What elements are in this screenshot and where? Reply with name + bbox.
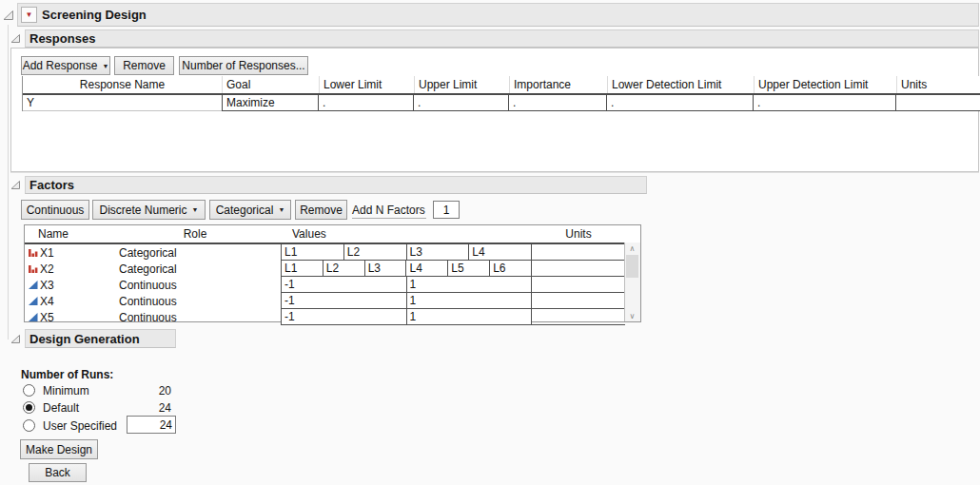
factor-row: X3 Continuous -1 1	[25, 277, 640, 293]
factor-name-cell[interactable]: X2	[25, 261, 109, 277]
column-header-role: Role	[109, 225, 281, 242]
units-cell[interactable]	[896, 95, 980, 111]
scroll-up-icon[interactable]: ∧	[625, 242, 639, 254]
red-triangle-icon: ▼	[26, 11, 33, 19]
categorical-bars-icon	[28, 247, 38, 258]
chevron-down-icon: ▼	[102, 63, 108, 69]
factor-row: X5 Continuous -1 1	[25, 309, 640, 325]
back-button[interactable]: Back	[29, 463, 87, 482]
importance-cell[interactable]: .	[509, 95, 607, 111]
factor-row: X1 Categorical L1 L2 L3 L4	[25, 244, 640, 261]
lower-detection-limit-cell[interactable]: .	[607, 95, 754, 111]
add-discrete-numeric-factor-button[interactable]: Discrete Numeric ▼	[92, 200, 206, 220]
responses-table-header: Response Name Goal Lower Limit Upper Lim…	[23, 76, 980, 95]
factor-role-cell[interactable]: Continuous	[109, 277, 281, 293]
factor-value-cell[interactable]: L2	[323, 261, 365, 277]
factor-row: X2 Categorical L1 L2 L3 L4 L5 L6	[25, 261, 640, 277]
goal-cell[interactable]: Maximize	[222, 95, 319, 111]
remove-factor-button[interactable]: Remove	[295, 200, 347, 220]
radio-button[interactable]	[23, 384, 35, 397]
factor-role-cell[interactable]: Continuous	[109, 309, 281, 325]
chevron-down-icon: ▼	[192, 206, 199, 213]
factor-name-cell[interactable]: X1	[25, 244, 109, 261]
factors-table-scrollbar[interactable]: ∧ ∨	[624, 242, 640, 321]
factor-name-cell[interactable]: X4	[25, 293, 109, 309]
column-header-lower-limit: Lower Limit	[319, 76, 414, 93]
disclosure-triangle-icon[interactable]	[10, 334, 21, 344]
factor-value-cell[interactable]: L5	[448, 261, 490, 277]
disclosure-triangle-icon[interactable]	[3, 10, 14, 21]
factor-value-cell[interactable]: L4	[406, 261, 448, 277]
factors-section-title: Factors	[29, 178, 74, 192]
factor-role-cell[interactable]: Categorical	[109, 261, 281, 277]
continuous-triangle-icon	[28, 312, 38, 322]
factor-value-cell[interactable]: L2	[344, 244, 407, 261]
factor-units-cell[interactable]	[532, 293, 625, 309]
factor-units-cell[interactable]	[532, 261, 625, 277]
add-categorical-factor-button[interactable]: Categorical ▼	[209, 200, 291, 220]
factor-value-cell[interactable]: 1	[407, 293, 533, 309]
factor-value-cell[interactable]: L3	[365, 261, 407, 277]
column-header-name: Name	[25, 225, 109, 242]
radio-option-default[interactable]: Default	[23, 400, 79, 415]
factors-header-bar: Factors	[25, 176, 647, 194]
factor-value-cell[interactable]: -1	[282, 293, 407, 309]
minimum-runs-value: 20	[124, 384, 171, 398]
table-row: Y Maximize . . . . .	[23, 95, 980, 111]
column-header-goal: Goal	[222, 76, 319, 93]
factor-value-cell[interactable]: 1	[407, 309, 533, 325]
factor-value-cell[interactable]: -1	[282, 277, 407, 293]
factor-units-cell[interactable]	[532, 277, 625, 293]
factor-value-cell[interactable]: L4	[469, 244, 532, 261]
remove-response-button[interactable]: Remove	[114, 56, 174, 75]
add-n-factors-input[interactable]	[433, 201, 460, 219]
factor-value-cell[interactable]: L1	[282, 261, 323, 277]
factor-value-cell[interactable]: -1	[282, 309, 407, 325]
radio-button-selected[interactable]	[23, 401, 35, 414]
default-runs-value: 24	[124, 401, 171, 415]
red-triangle-menu-button[interactable]: ▼	[21, 7, 37, 23]
factor-value-cell[interactable]: L3	[407, 244, 470, 261]
upper-limit-cell[interactable]: .	[414, 95, 509, 111]
number-of-responses-button[interactable]: Number of Responses...	[179, 56, 308, 75]
chevron-down-icon: ▼	[278, 206, 284, 213]
radio-option-user-specified[interactable]: User Specified	[23, 418, 117, 433]
factor-value-cell[interactable]: L6	[490, 261, 532, 277]
column-header-values: Values	[281, 225, 532, 242]
factor-value-cell[interactable]: L1	[282, 244, 344, 261]
factor-units-cell[interactable]	[532, 244, 625, 261]
lower-limit-cell[interactable]: .	[319, 95, 414, 111]
factor-name-cell[interactable]: X3	[25, 277, 109, 293]
disclosure-triangle-icon[interactable]	[10, 180, 21, 190]
factor-row: X4 Continuous -1 1	[25, 293, 640, 309]
factors-table-header: Name Role Values Units	[25, 225, 640, 244]
column-header-lower-detection-limit: Lower Detection Limit	[607, 76, 754, 93]
design-generation-header-bar: Design Generation	[25, 329, 176, 348]
make-design-button[interactable]: Make Design	[20, 439, 98, 459]
column-header-units: Units	[532, 225, 625, 242]
factor-units-cell[interactable]	[532, 309, 625, 325]
scrollbar-thumb[interactable]	[626, 255, 638, 278]
radio-button[interactable]	[23, 419, 35, 432]
scroll-down-icon[interactable]: ∨	[625, 310, 639, 321]
responses-header-bar: Responses	[25, 29, 979, 48]
factor-name-cell[interactable]: X5	[25, 309, 109, 325]
factor-role-cell[interactable]: Continuous	[109, 293, 281, 309]
outline-connector-line	[8, 25, 9, 340]
factor-role-cell[interactable]: Categorical	[109, 244, 281, 261]
screening-design-header-bar: ▼ Screening Design	[17, 3, 979, 27]
column-header-importance: Importance	[509, 76, 607, 93]
continuous-triangle-icon	[28, 280, 38, 290]
radio-option-minimum[interactable]: Minimum	[23, 383, 89, 398]
upper-detection-limit-cell[interactable]: .	[754, 95, 896, 111]
add-response-button[interactable]: Add Response ▼	[21, 56, 110, 75]
column-header-units: Units	[896, 76, 980, 93]
disclosure-triangle-icon[interactable]	[10, 33, 21, 44]
add-continuous-factor-button[interactable]: Continuous	[21, 200, 89, 220]
factor-value-cell[interactable]: 1	[407, 277, 533, 293]
response-name-cell[interactable]: Y	[23, 95, 222, 111]
screening-design-window: ▼ Screening Design Responses Add Respons…	[0, 0, 980, 485]
user-specified-runs-input[interactable]	[127, 416, 176, 434]
continuous-triangle-icon	[28, 296, 38, 306]
column-header-response-name: Response Name	[23, 76, 222, 93]
